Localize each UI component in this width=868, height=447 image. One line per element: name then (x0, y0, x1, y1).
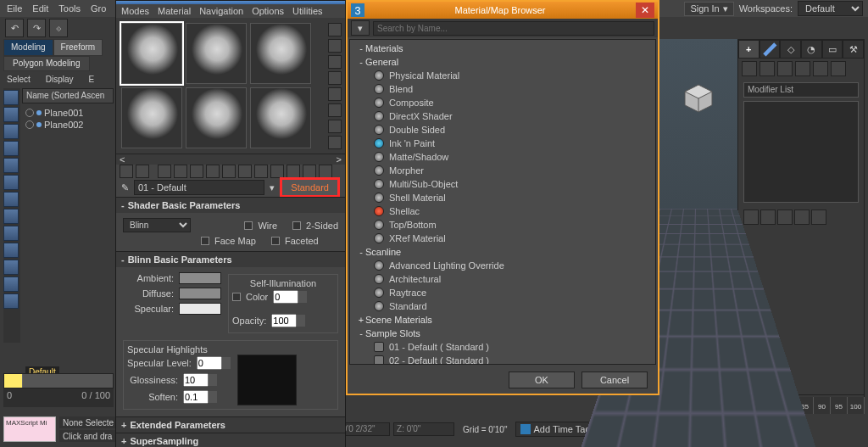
filter-icon[interactable] (3, 141, 19, 156)
material-item[interactable]: Top/Bottom (350, 218, 655, 232)
sample-tool-icon[interactable] (328, 71, 342, 85)
modify-tab-icon[interactable] (760, 40, 781, 59)
tree-row[interactable]: Plane002 (25, 119, 114, 131)
dropdown-icon[interactable]: ▾ (270, 182, 275, 193)
pick-icon[interactable] (319, 165, 332, 178)
me-menu-utilities[interactable]: Utilities (292, 6, 322, 16)
filter-icon[interactable] (3, 158, 19, 173)
material-name-input[interactable] (134, 180, 264, 195)
material-item[interactable]: Physical Material (350, 69, 655, 82)
filter-icon[interactable] (3, 175, 19, 190)
hierarchy-tab-icon[interactable]: ◇ (780, 40, 801, 59)
rollout-shader-header[interactable]: -Shader Basic Parameters (116, 197, 345, 213)
tab-polygon-modeling[interactable]: Polygon Modeling (3, 56, 90, 71)
sub-icon[interactable] (831, 61, 846, 76)
material-id-icon[interactable] (238, 165, 252, 178)
filter-icon[interactable] (3, 209, 19, 224)
sample-tool-icon[interactable] (328, 55, 342, 69)
filter-icon[interactable] (3, 124, 19, 139)
visibility-icon[interactable] (25, 109, 34, 117)
cat-scene-materials[interactable]: +Scene Materials (350, 313, 655, 327)
menu-group[interactable]: Gro (91, 3, 106, 14)
reset-icon[interactable] (174, 165, 187, 178)
maxscript-output[interactable]: MAXScript Mi (3, 416, 56, 442)
sample-tool-icon[interactable] (328, 23, 342, 36)
make-unique-icon[interactable] (206, 165, 220, 178)
go-parent-icon[interactable] (287, 165, 300, 178)
filter-icon[interactable] (3, 226, 19, 241)
modifier-list-dropdown[interactable]: Modifier List (743, 82, 859, 98)
put-library-icon[interactable] (222, 165, 236, 178)
material-item[interactable]: Multi/Sub-Object (350, 177, 655, 191)
ambient-swatch[interactable] (179, 272, 221, 284)
sub-icon[interactable] (795, 61, 810, 76)
stack-btn-icon[interactable] (743, 210, 759, 225)
me-menu-material[interactable]: Material (158, 6, 191, 16)
filter-icon[interactable] (3, 243, 19, 258)
shader-type-select[interactable]: Blinn (123, 218, 191, 232)
search-input[interactable] (373, 21, 654, 36)
menu-edit[interactable]: Edit (32, 3, 48, 14)
tab-freeform[interactable]: Freeform (53, 39, 103, 56)
material-item[interactable]: Advanced Lighting Override (350, 259, 655, 272)
wire-checkbox[interactable] (244, 221, 253, 230)
sub-icon[interactable] (742, 61, 757, 76)
cat-sample-slots[interactable]: -Sample Slots (350, 327, 655, 340)
sub-icon[interactable] (813, 61, 828, 76)
tab-modeling[interactable]: Modeling (3, 39, 53, 56)
signin-button[interactable]: Sign In ▾ (684, 2, 733, 16)
cancel-button[interactable]: Cancel (581, 372, 648, 388)
twosided-checkbox[interactable] (292, 221, 301, 230)
filter-icon[interactable] (3, 260, 19, 275)
me-menu-modes[interactable]: Modes (121, 6, 149, 16)
menu-file[interactable]: Eile (7, 3, 22, 14)
viewport[interactable] (659, 39, 737, 395)
sample-slot[interactable] (121, 87, 182, 148)
eyedropper-icon[interactable]: ✎ (121, 182, 129, 193)
cat-scanline[interactable]: -Scanline (350, 245, 655, 259)
tree-row[interactable]: Plane001 (25, 107, 114, 119)
motion-tab-icon[interactable]: ◔ (801, 40, 822, 59)
sample-slot[interactable] (250, 87, 311, 148)
rollout-extended-header[interactable]: +Extended Parameters (116, 416, 345, 433)
sample-slot[interactable] (186, 23, 247, 84)
stack-btn-icon[interactable] (794, 210, 810, 225)
rollout-blinn-header[interactable]: -Blinn Basic Parameters (116, 251, 345, 267)
utilities-tab-icon[interactable]: ⚒ (843, 40, 864, 59)
cat-general[interactable]: -General (350, 55, 655, 69)
material-item[interactable]: Shell Material (350, 191, 655, 204)
redo-icon[interactable]: ↷ (27, 19, 46, 37)
material-item[interactable]: 01 - Default ( Standard ) (350, 340, 655, 354)
diffuse-swatch[interactable] (179, 288, 221, 299)
material-item[interactable]: 02 - Default ( Standard ) (350, 354, 655, 365)
menu-tools[interactable]: Tools (58, 3, 81, 14)
display-tab-icon[interactable]: ▭ (822, 40, 843, 59)
create-tab-icon[interactable]: + (738, 40, 760, 59)
get-material-icon[interactable] (120, 165, 133, 178)
menu-edit2[interactable]: E (86, 73, 98, 88)
selfillum-color-checkbox[interactable] (232, 293, 241, 301)
filter-icon[interactable] (3, 293, 19, 309)
add-time-tag-button[interactable]: Add Time Tag (515, 422, 595, 437)
material-item[interactable]: Raytrace (350, 286, 655, 299)
go-forward-icon[interactable] (303, 165, 316, 178)
sample-tool-icon[interactable] (328, 136, 342, 149)
material-item[interactable]: Standard (350, 299, 655, 313)
me-menu-options[interactable]: Options (252, 6, 284, 16)
material-item[interactable]: Ink 'n Paint (350, 137, 655, 150)
material-item[interactable]: Double Sided (350, 123, 655, 137)
filter-icon[interactable] (3, 192, 19, 207)
mmb-titlebar[interactable]: 3 Material/Map Browser ✕ (348, 2, 658, 19)
coord-z[interactable]: Z: 0'0" (393, 422, 454, 436)
show-end-icon[interactable] (270, 165, 284, 178)
sample-slot[interactable] (250, 23, 311, 84)
selfillum-spinner[interactable] (273, 290, 298, 304)
stack-btn-icon[interactable] (811, 210, 826, 225)
modifier-stack[interactable] (743, 101, 859, 203)
put-material-icon[interactable] (136, 165, 149, 178)
sub-icon[interactable] (760, 61, 775, 76)
opacity-spinner[interactable] (271, 314, 297, 327)
sample-tool-icon[interactable] (328, 103, 342, 117)
sample-tool-icon[interactable] (328, 120, 342, 133)
filter-icon[interactable] (3, 90, 19, 105)
